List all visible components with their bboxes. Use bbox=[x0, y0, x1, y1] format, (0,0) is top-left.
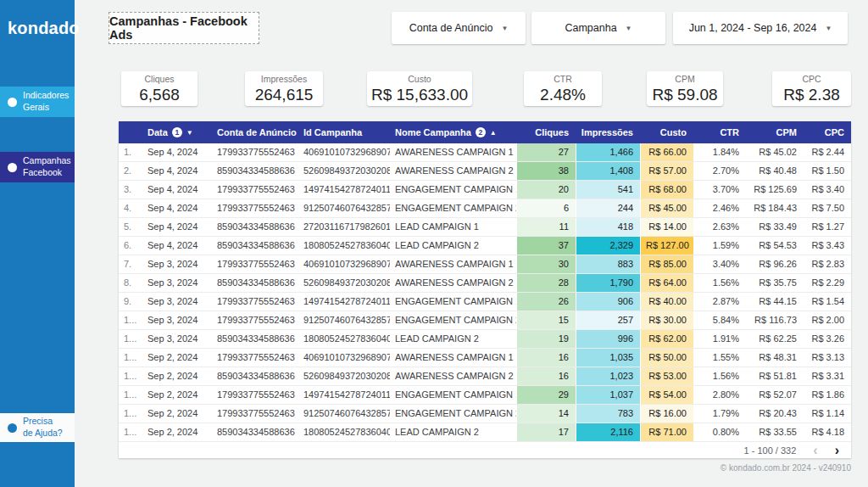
cell-campaign-id: 52609849372030208 bbox=[298, 274, 390, 292]
cell-cpc: R$ 1.54 bbox=[804, 293, 851, 311]
cell-cpc: R$ 1.86 bbox=[804, 386, 851, 404]
sidebar-item-precisa-de-ajuda[interactable]: Precisade Ajuda? bbox=[0, 413, 75, 442]
cell-campaign-id: 40691010732968907 bbox=[298, 255, 390, 273]
row-number: 1... bbox=[119, 330, 142, 348]
cell-cpm: R$ 54.53 bbox=[746, 237, 804, 255]
cell-account-id: 179933775552463 bbox=[212, 199, 298, 217]
cell-campaign-name: LEAD CAMPAIGN 2 bbox=[390, 330, 516, 348]
chevron-left-icon[interactable]: ‹ bbox=[813, 444, 817, 457]
cell-impressions: 541 bbox=[576, 181, 640, 199]
cell-clicks: 19 bbox=[516, 330, 576, 348]
col-header-cpm[interactable]: CPM bbox=[746, 121, 804, 143]
cell-account-id: 859034334588636 bbox=[212, 423, 298, 441]
cell-clicks: 28 bbox=[516, 274, 576, 292]
sort-desc-icon: ▼ bbox=[186, 129, 193, 137]
cell-cost: R$ 57.00 bbox=[640, 162, 693, 180]
kpi-label: CTR bbox=[524, 74, 602, 85]
cell-date: Sep 3, 2024 bbox=[142, 330, 212, 348]
cell-cpc: R$ 3.26 bbox=[804, 330, 851, 348]
col-header-conta-de-an-ncio[interactable]: Conta de Anúncio bbox=[212, 121, 298, 143]
bullet-dot-icon bbox=[8, 163, 17, 172]
cell-clicks: 17 bbox=[516, 423, 576, 441]
row-number: 1... bbox=[119, 349, 142, 367]
campaign-filter[interactable]: Campanha▼ bbox=[531, 12, 665, 44]
cell-date: Sep 3, 2024 bbox=[142, 293, 212, 311]
cell-cpm: R$ 44.15 bbox=[746, 293, 804, 311]
table-row: 2.Sep 4, 2024859034334588636526098493720… bbox=[119, 162, 851, 181]
col-header-cliques[interactable]: Cliques bbox=[516, 121, 576, 143]
cell-ctr: 0.80% bbox=[693, 423, 746, 441]
cell-date: Sep 2, 2024 bbox=[142, 349, 212, 367]
table-row: 1.Sep 4, 2024179933775552463406910107329… bbox=[119, 143, 851, 162]
cell-date: Sep 2, 2024 bbox=[142, 405, 212, 423]
col-header-custo[interactable]: Custo bbox=[640, 121, 693, 143]
cell-clicks: 37 bbox=[516, 237, 576, 255]
cell-impressions: 906 bbox=[576, 293, 640, 311]
col-header-data[interactable]: Data1▼ bbox=[142, 121, 212, 143]
row-number: 4. bbox=[119, 199, 142, 217]
bullet-dot-icon bbox=[8, 423, 17, 433]
cell-cost: R$ 50.00 bbox=[640, 349, 693, 367]
cell-cpc: R$ 2.44 bbox=[804, 143, 851, 161]
table-row: 4.Sep 4, 2024179933775552463912507460764… bbox=[119, 199, 851, 218]
row-number: 5. bbox=[119, 218, 142, 236]
cell-date: Sep 2, 2024 bbox=[142, 386, 212, 404]
cell-clicks: 14 bbox=[516, 405, 576, 423]
cell-date: Sep 2, 2024 bbox=[142, 367, 212, 385]
cell-date: Sep 3, 2024 bbox=[142, 255, 212, 273]
cell-ctr: 1.79% bbox=[693, 405, 746, 423]
cell-cpm: R$ 116.73 bbox=[746, 311, 804, 329]
cell-impressions: 2,329 bbox=[576, 237, 640, 255]
cell-account-id: 859034334588636 bbox=[212, 237, 298, 255]
cell-ctr: 2.70% bbox=[693, 162, 746, 180]
cell-cpm: R$ 33.49 bbox=[746, 218, 804, 236]
cell-clicks: 15 bbox=[516, 311, 576, 329]
kpi-card-cpc: CPCR$ 2.38 bbox=[772, 71, 851, 106]
col-header-cpc[interactable]: CPC bbox=[804, 121, 851, 143]
chevron-down-icon: ▼ bbox=[825, 25, 832, 32]
cell-campaign-id: 40691010732968907 bbox=[298, 143, 390, 161]
cell-ctr: 3.40% bbox=[693, 255, 746, 273]
cell-cost: R$ 45.00 bbox=[640, 199, 693, 217]
row-number: 9. bbox=[119, 293, 142, 311]
cell-cpm: R$ 125.69 bbox=[746, 181, 804, 199]
cell-cpm: R$ 35.75 bbox=[746, 274, 804, 292]
kpi-card-ctr: CTR2.48% bbox=[524, 71, 602, 106]
cell-date: Sep 3, 2024 bbox=[142, 311, 212, 329]
sidebar-item-label: CampanhasFacebook bbox=[23, 155, 71, 178]
cell-ctr: 1.55% bbox=[693, 349, 746, 367]
cell-clicks: 29 bbox=[516, 386, 576, 404]
chevron-right-icon[interactable]: › bbox=[835, 444, 839, 457]
cell-cost: R$ 66.00 bbox=[640, 143, 693, 161]
account-filter[interactable]: Conta de Anúncio▼ bbox=[392, 12, 526, 44]
table-row: 6.Sep 4, 2024859034334588636180805245278… bbox=[119, 237, 851, 255]
cell-cpc: R$ 3.13 bbox=[804, 349, 851, 367]
cell-date: Sep 4, 2024 bbox=[142, 199, 212, 217]
col-header-impress-es[interactable]: Impressões bbox=[576, 121, 640, 143]
cell-cpc: R$ 3.40 bbox=[804, 181, 851, 199]
cell-date: Sep 2, 2024 bbox=[142, 423, 212, 441]
cell-account-id: 179933775552463 bbox=[212, 293, 298, 311]
col-header-id-campanha[interactable]: Id Campanha bbox=[298, 121, 390, 143]
date-range-filter[interactable]: Jun 1, 2024 - Sep 16, 2024▼ bbox=[673, 12, 848, 44]
cell-account-id: 179933775552463 bbox=[212, 255, 298, 273]
filter-count-badge: 1 bbox=[172, 127, 182, 137]
cell-date: Sep 4, 2024 bbox=[142, 181, 212, 199]
cell-account-id: 859034334588636 bbox=[212, 330, 298, 348]
cell-cpc: R$ 1.50 bbox=[804, 162, 851, 180]
cell-campaign-id: 40691010732968907 bbox=[298, 349, 390, 367]
cell-cpm: R$ 45.02 bbox=[746, 143, 804, 161]
cell-campaign-name: AWARENESS CAMPAIGN 1 bbox=[390, 349, 516, 367]
cell-campaign-name: LEAD CAMPAIGN 2 bbox=[390, 237, 516, 255]
sidebar-item-label: IndicadoresGerais bbox=[23, 90, 69, 113]
col-header-ctr[interactable]: CTR bbox=[693, 121, 746, 143]
sidebar-item-indicadores-gerais[interactable]: IndicadoresGerais bbox=[0, 87, 75, 117]
cell-account-id: 859034334588636 bbox=[212, 162, 298, 180]
cell-campaign-name: ENGAGEMENT CAMPAIGN 1 bbox=[390, 293, 516, 311]
cell-campaign-id: 14974154278724011 bbox=[298, 293, 390, 311]
cell-cpc: R$ 1.27 bbox=[804, 218, 851, 236]
cell-cpm: R$ 33.55 bbox=[746, 423, 804, 441]
col-header-nome-campanha[interactable]: Nome Campanha2▲ bbox=[390, 121, 516, 143]
cell-cost: R$ 64.00 bbox=[640, 274, 693, 292]
sidebar-item-campanhas-facebook[interactable]: CampanhasFacebook bbox=[0, 152, 75, 182]
